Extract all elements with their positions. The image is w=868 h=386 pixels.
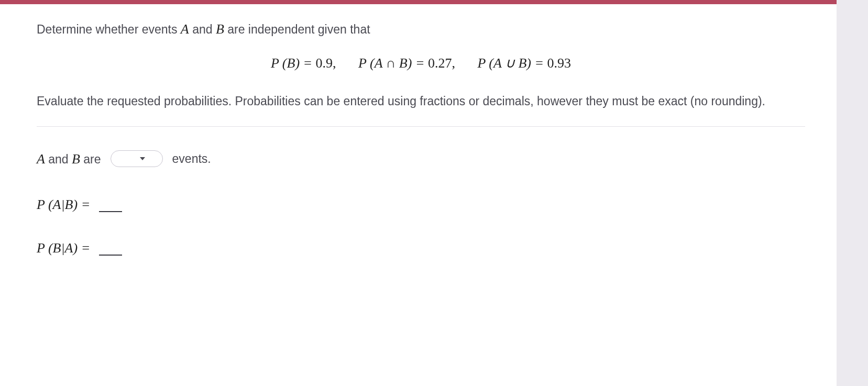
variable-a: A: [181, 21, 189, 37]
chevron-down-icon: [140, 157, 145, 160]
divider: [37, 126, 805, 127]
variable-a-2: A: [37, 151, 45, 167]
and-word-2: and: [45, 152, 72, 166]
sentence-pre: are: [80, 152, 101, 166]
p-a-or-b-label: P (A ∪ B) =: [477, 56, 547, 71]
independence-sentence: A and B are events.: [37, 149, 805, 169]
given-equations: P (B) = 0.9, P (A ∩ B) = 0.27, P (A ∪ B)…: [37, 53, 805, 73]
independence-dropdown[interactable]: [111, 150, 163, 167]
p-a-and-b-value: 0.27,: [428, 56, 455, 71]
variable-b: B: [216, 21, 224, 37]
and-word: and: [189, 23, 216, 36]
p-a-and-b-label: P (A ∩ B) =: [358, 56, 428, 71]
accent-bar: [0, 0, 837, 4]
p-b-given-a-label: P (B|A) =: [37, 240, 94, 256]
p-b-given-a-row: P (B|A) =: [37, 238, 805, 258]
prompt-intro: Determine whether events: [37, 23, 181, 36]
p-b-given-a-input[interactable]: [99, 251, 122, 256]
sentence-post: events.: [172, 150, 211, 168]
p-a-given-b-row: P (A|B) =: [37, 194, 805, 215]
p-a-given-b-input[interactable]: [99, 208, 122, 212]
p-a-or-b-value: 0.93: [547, 56, 572, 71]
right-sidebar: [837, 0, 868, 386]
instructions: Evaluate the requested probabilities. Pr…: [37, 92, 805, 111]
variable-b-2: B: [72, 151, 80, 167]
question-prompt: Determine whether events A and B are ind…: [37, 19, 805, 39]
p-b-value: 0.9,: [316, 56, 336, 71]
prompt-tail: are independent given that: [224, 23, 370, 36]
p-a-given-b-label: P (A|B) =: [37, 197, 94, 212]
p-b-label: P (B) =: [271, 56, 316, 71]
